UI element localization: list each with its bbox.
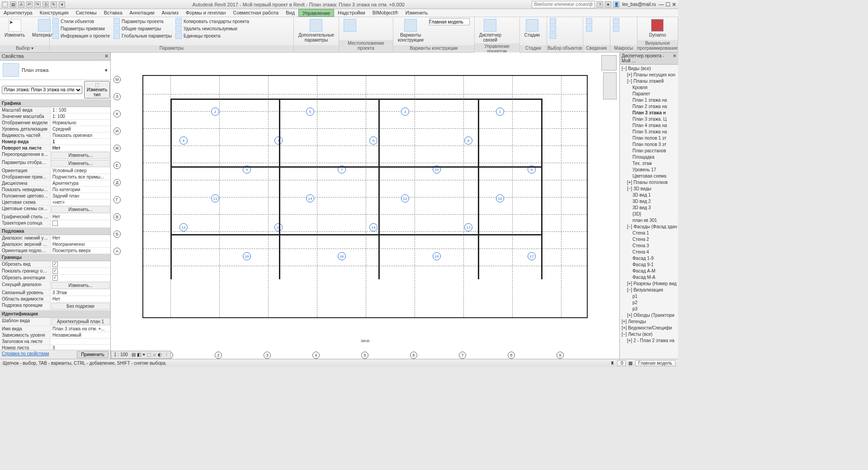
properties-grid[interactable]: Графика Масштаб вида1 : 100Значение масш… [0,100,110,350]
type-name[interactable]: План этажа [22,67,102,73]
tab-3[interactable]: Вставка [100,9,126,17]
property-row[interactable]: Подрезка проекцииБез подрезки [0,302,110,310]
tree-node[interactable]: Стена 1 [621,230,677,236]
room-tag[interactable]: 8 [464,136,472,145]
property-row[interactable]: Шаблон видаАрхитектурный план 1 [0,318,110,326]
design-options-button[interactable]: Варианты конструкции [396,18,425,43]
tab-11[interactable]: BIMobject® [369,9,402,17]
room-tag[interactable]: 14 [369,223,377,231]
tree-node[interactable]: р1 [621,293,677,300]
room-tag[interactable]: 11 [211,194,219,202]
tree-node[interactable]: [−] Фасады (Фасад здан [621,224,677,230]
phases-button[interactable]: Стадии [523,18,542,38]
tree-node[interactable]: Стена 2 [621,236,677,243]
qat-more-icon[interactable]: ▾ [59,1,65,8]
room-tag[interactable]: 12 [401,194,409,202]
tree-node[interactable]: План 3 этажа. Ц [621,116,677,122]
properties-help-link[interactable]: Справка по свойствам [2,351,49,358]
room-tag[interactable]: 2 [211,108,219,116]
star-icon[interactable]: ★ [605,1,611,8]
tree-node[interactable]: р2 [621,300,677,306]
property-row[interactable]: Поворот на листеНет [0,145,110,151]
property-row[interactable]: Связанный уровень3 Этаж [0,290,110,296]
macro-icon[interactable] [613,25,619,32]
tree-node[interactable]: Фасад М-А [621,274,677,281]
user-label[interactable]: lex_bas@mail.ru [622,2,656,7]
edit-type-button[interactable]: ⬚ Изменить тип [84,81,110,99]
main-model-select[interactable] [429,18,470,25]
tab-5[interactable]: Анализ [158,9,182,17]
property-row[interactable]: Цветовые схемы сист...Изменить... [0,206,110,214]
tree-node[interactable]: План 4 этажа на [621,122,677,129]
tree-node[interactable]: [+] Легенды [621,319,677,325]
tree-node[interactable]: Тех. этаж [621,160,677,167]
location-button[interactable] [342,18,358,33]
view-scale-control[interactable]: 1 : 100 ▤ ◧ ✦ ⬚ ☼ ◐ 〈 [111,351,171,359]
info-icon[interactable] [586,18,592,24]
ribbon-item[interactable]: Копировать стандарты проекта [175,18,249,24]
tree-node[interactable]: План 2 этажа на [621,103,677,110]
tree-node[interactable]: План полов 3 эт [621,141,677,148]
tree-node[interactable]: [+] Обходы (Траектори [621,312,677,319]
tree-node[interactable]: Кровля [621,85,677,91]
ribbon-item[interactable]: Общие параметры [113,25,172,32]
macro-icon[interactable] [613,18,619,24]
property-row[interactable]: Переопределения вид...Изменить... [0,151,110,160]
property-row[interactable]: Показать границу обр... [0,268,110,275]
room-tag[interactable]: 5 [369,136,377,145]
tree-node[interactable]: План полов 1 эт [621,135,677,141]
property-row[interactable]: Секущий диапазонИзменить... [0,282,110,290]
property-row[interactable]: Диапазон: нижний ур...Нет [0,235,110,241]
tab-2[interactable]: Системы [72,9,100,17]
dynamo-button[interactable]: Dynamo [647,18,668,38]
qat-save-icon[interactable]: A [18,1,24,8]
room-tag[interactable]: 5 [306,108,314,116]
instance-select[interactable]: План этажа: План 3 этажа на отм [2,86,82,94]
modify-button[interactable]: ➤Изменить [3,18,27,38]
room-tag[interactable]: 7 [274,136,283,145]
room-tag[interactable]: 1 [496,108,504,116]
tab-7[interactable]: Совместная работа [230,9,283,17]
property-row[interactable]: Номер листа3 [0,345,110,350]
property-row[interactable]: Значение масштаба1: 100 [0,113,110,120]
tab-10[interactable]: Надстройки [334,9,368,17]
property-row[interactable]: Ориентация подложкиПосмотреть вверх [0,248,110,254]
tree-node[interactable]: План 3 этажа н [621,110,677,116]
ribbon-item[interactable]: Стили объектов [52,18,110,24]
property-row[interactable]: Диапазон: верхний ур...Неограниченно [0,241,110,248]
room-tag[interactable]: 17 [528,252,536,260]
manage-links-button[interactable]: Диспетчер связей [477,18,503,43]
model-select[interactable]: Главная модель [635,360,675,366]
room-tag[interactable]: 17 [464,223,472,231]
property-row[interactable]: Номер вида1 [0,139,110,145]
close-icon[interactable]: ✕ [104,53,108,59]
tree-node[interactable]: [−] Виды (все) [621,66,677,72]
qat-open-icon[interactable]: ▤ [10,1,16,8]
room-tag[interactable]: 10 [496,194,504,202]
tree-node[interactable]: План 1 этажа на [621,97,677,103]
room-tag[interactable]: 16 [274,223,283,231]
tree-node[interactable]: План расстанов [621,148,677,154]
extra-params-button[interactable]: Дополнительные параметры [297,18,336,43]
property-row[interactable]: ДисциплинаАрхитектура [0,180,110,187]
property-row[interactable]: Траектория солнца [0,220,110,228]
qat-sync-icon[interactable]: ✎ [51,1,57,8]
nav-wheel[interactable] [603,72,617,99]
tree-node[interactable]: [−] Планы этажей [621,78,677,85]
ribbon-item[interactable]: Удалить неиспользуемые [175,25,249,32]
tab-4[interactable]: Аннотации [126,9,158,17]
view-cube[interactable] [601,55,617,70]
tree-node[interactable]: [+] Планы несущих кон [621,72,677,78]
property-row[interactable]: Положение цветовой ...Задний план [0,193,110,199]
room-tag[interactable]: 18 [243,252,251,260]
tree-node[interactable]: р3 [621,306,677,312]
property-row[interactable]: Обрезать аннотации [0,275,110,282]
tree-node[interactable]: 3D вид 3 [621,205,677,211]
tree-node[interactable]: план кв 301 [621,217,677,224]
tree-node[interactable]: {3D} [621,211,677,217]
apply-button[interactable]: Применить [77,351,108,358]
ribbon-item[interactable]: Глобальные параметры [113,33,172,39]
room-tag[interactable]: 3 [401,108,409,116]
ribbon-item[interactable]: Параметры привязки [52,25,110,32]
user-icon[interactable]: 👤 [613,1,619,8]
